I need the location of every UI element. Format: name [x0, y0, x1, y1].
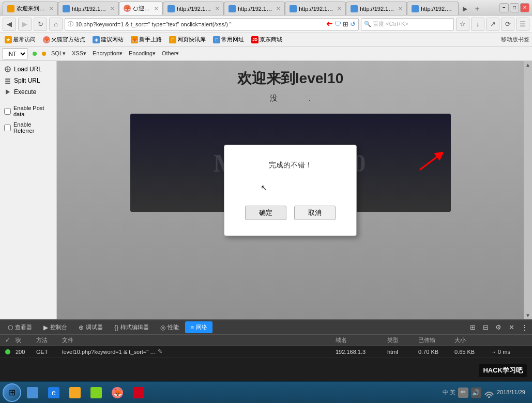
inspector-label: 查看器	[15, 323, 32, 331]
tab-4[interactable]: http://192.1… ✕	[163, 2, 224, 15]
tab-favicon-4	[168, 5, 175, 12]
start-button[interactable]: ⊞	[3, 383, 21, 402]
close-button[interactable]: ✕	[520, 3, 529, 12]
enable-post-data-checkbox[interactable]	[4, 108, 11, 115]
tab-6[interactable]: http://192.1… ✕	[285, 2, 346, 15]
bookmark-button[interactable]: ☆	[456, 18, 469, 31]
taskbar-app-6[interactable]	[129, 384, 148, 401]
plugin-encoding[interactable]: Encoding▾	[129, 50, 156, 57]
tab-close-5[interactable]: ✕	[276, 6, 280, 11]
devtools-tab-inspector[interactable]: ⬡ 查看器	[3, 321, 37, 333]
tab-7[interactable]: http://192.1… ✕	[346, 2, 407, 15]
minimize-button[interactable]: −	[499, 3, 509, 12]
col-type: 类型	[385, 336, 416, 344]
forward-button[interactable]: ▶	[18, 18, 32, 31]
reload-button[interactable]: ↻	[34, 18, 47, 31]
tab-close-4[interactable]: ✕	[215, 6, 219, 11]
bookmark-huhu[interactable]: 🦊 火狐官方站点	[41, 35, 87, 44]
scroll-down-arrow[interactable]: ▼	[524, 312, 531, 319]
devtools-undock-button[interactable]: ⊟	[480, 322, 491, 333]
taskbar-app-icon-1	[27, 387, 38, 398]
tab-close-2[interactable]: ✕	[110, 6, 114, 11]
history-button[interactable]: ↗	[486, 18, 499, 31]
execute-item[interactable]: Execute	[0, 86, 56, 98]
devtools-tab-style[interactable]: {} 样式编辑器	[109, 321, 154, 333]
tab-3[interactable]: 🦊 ⭮迎… ✕	[119, 2, 163, 15]
dialog-overlay: 完成的不错！ ↖ 确定 取消	[57, 61, 524, 319]
search-placeholder: 百度 <Ctrl+K>	[373, 20, 408, 28]
new-tab-button[interactable]: ＋	[471, 3, 483, 15]
plugin-xss[interactable]: XSS▾	[72, 50, 86, 57]
row-file-text: level10.php?keyword=1 & t_sort=" …	[62, 349, 156, 355]
tab-8[interactable]: http://192.1…	[407, 2, 459, 15]
enable-referrer-row[interactable]: Enable Referrer	[0, 119, 56, 136]
search-bar[interactable]: 🔍 百度 <Ctrl+K>	[361, 18, 454, 30]
home-button[interactable]: ⌂	[49, 18, 63, 31]
dialog-confirm-button[interactable]: 确定	[245, 206, 286, 220]
bookmark-jianyiwz[interactable]: ◈ 建议网站	[90, 35, 126, 44]
row-type: html	[385, 349, 416, 355]
devtools-dock-button[interactable]: ⊞	[467, 322, 478, 333]
download-button[interactable]: ↓	[471, 18, 484, 31]
bookmark-kuaixunzhi[interactable]: □ 网页快讯库	[167, 35, 208, 44]
style-icon: {}	[114, 324, 118, 331]
tab-5[interactable]: http://192.1… ✕	[224, 2, 285, 15]
tab-1[interactable]: 欢迎来到… ✕	[3, 2, 58, 15]
plugin-other[interactable]: Other▾	[162, 50, 179, 57]
bookmark-jingdong[interactable]: JD 京东商城	[249, 35, 284, 44]
enable-post-data-label: Enable Post data	[13, 105, 52, 117]
devtools-settings-button[interactable]: ⚙	[493, 322, 504, 333]
network-label: 网络	[196, 323, 207, 331]
enable-post-data-row[interactable]: Enable Post data	[0, 103, 56, 119]
taskbar-app-5[interactable]: 🦊	[108, 384, 127, 401]
enable-referrer-checkbox[interactable]	[4, 125, 11, 131]
tab-label-1: 欢迎来到…	[17, 5, 45, 12]
back-button[interactable]: ◀	[3, 18, 16, 31]
tab-2[interactable]: http://192.1… ✕	[58, 2, 119, 15]
plugin-encryption[interactable]: Encryption▾	[93, 50, 123, 57]
maximize-button[interactable]: □	[510, 3, 519, 12]
devtools-close-button[interactable]: ✕	[506, 322, 516, 333]
scroll-up-arrow[interactable]: ▲	[524, 61, 531, 69]
execute-label: Execute	[14, 88, 36, 96]
tab-close-1[interactable]: ✕	[49, 6, 53, 11]
bookmark-label-jianyiwz: 建议网站	[101, 36, 124, 43]
shield-icon: 🛡	[335, 20, 341, 28]
tab-close-3[interactable]: ✕	[154, 6, 158, 11]
tab-favicon-8	[412, 5, 419, 12]
menu-button[interactable]: ☰	[516, 18, 529, 31]
devtools-tab-console[interactable]: ▶ 控制台	[38, 321, 72, 333]
network-row[interactable]: 200 GET level10.php?keyword=1 & t_sort="…	[0, 346, 532, 358]
tab-close-6[interactable]: ✕	[337, 6, 341, 11]
bookmark-changyongwz[interactable]: □ 常用网址	[211, 35, 246, 44]
page-scrollbar[interactable]: ▲ ▼	[524, 61, 532, 319]
bookmark-xinshoushanglu[interactable]: 🦊 新手上路	[129, 35, 164, 44]
tab-close-7[interactable]: ✕	[398, 6, 402, 11]
tab-scroll-right[interactable]: ▶	[459, 3, 471, 15]
taskbar-app-1[interactable]	[23, 384, 42, 401]
devtools-menu-button[interactable]: ⋮	[519, 322, 529, 333]
bookmark-icon-huhu: 🦊	[43, 36, 50, 43]
split-url-item[interactable]: Split URL	[0, 75, 56, 86]
devtools-tab-debugger[interactable]: ⊕ 调试器	[73, 321, 108, 333]
devtools-content: ✓ 状 方法 文件 域名 类型 已传输 大小 200 GET level10.p…	[0, 335, 532, 381]
load-url-item[interactable]: Load URL	[0, 64, 56, 75]
bookmark-zuichang[interactable]: ★ 最常访问	[3, 35, 38, 44]
taskbar-app-3[interactable]	[65, 384, 85, 401]
barcode-icon: ⊞	[343, 20, 348, 28]
devtools-tab-network[interactable]: ≡ 网络	[185, 321, 212, 333]
refresh-icon[interactable]: ↺	[350, 20, 356, 28]
plugin-select[interactable]: INT	[3, 48, 27, 59]
address-bar[interactable]: ⓘ 10.php?keyword=1 & t_sort=" type="text…	[65, 18, 359, 30]
taskbar-app-2[interactable]: e	[44, 384, 64, 401]
plugin-sql[interactable]: SQL▾	[51, 50, 66, 57]
tab-label-3: ⭮迎…	[133, 5, 150, 12]
dialog-cancel-button[interactable]: 取消	[294, 206, 336, 220]
enable-referrer-label: Enable Referrer	[13, 121, 52, 134]
sync-button[interactable]: ⟳	[501, 18, 514, 31]
network-header: ✓ 状 方法 文件 域名 类型 已传输 大小	[0, 335, 532, 346]
taskbar-app-4[interactable]	[86, 384, 106, 401]
col-domain: 域名	[333, 336, 385, 344]
browser-window: 欢迎来到… ✕ http://192.1… ✕ 🦊 ⭮迎… ✕ http://1…	[0, 0, 532, 403]
devtools-tab-performance[interactable]: ◎ 性能	[155, 321, 184, 333]
